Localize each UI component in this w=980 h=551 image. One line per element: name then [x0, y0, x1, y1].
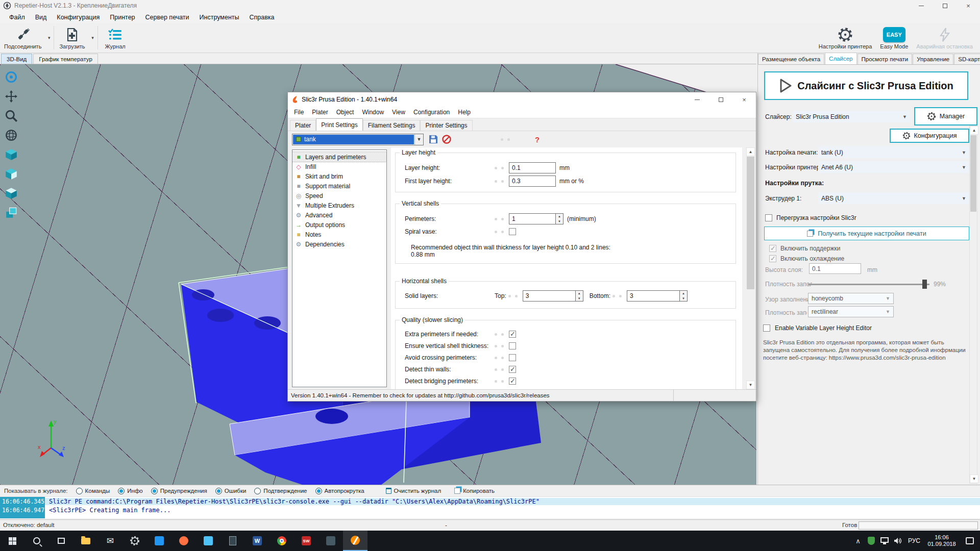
dialog-menu-configuration[interactable]: Configuration: [409, 109, 454, 116]
tree-item-notes[interactable]: ■Notes: [292, 230, 386, 239]
first-layer-height-field[interactable]: 0.3: [509, 176, 556, 187]
tab-temp-graph[interactable]: График температур: [33, 54, 98, 64]
app-orange-button[interactable]: [172, 531, 196, 551]
dialog-tab-printer-settings[interactable]: Printer Settings: [420, 120, 472, 131]
top-view-button[interactable]: [2, 185, 20, 202]
language-indicator[interactable]: РУС: [904, 537, 924, 544]
dialog-maximize-button[interactable]: [709, 94, 732, 105]
settings-button[interactable]: [122, 531, 147, 551]
scrollbar-thumb[interactable]: [747, 157, 754, 289]
antivirus-icon[interactable]: [865, 537, 878, 545]
search-button[interactable]: [24, 531, 49, 551]
extra-perimeters-checkbox[interactable]: [509, 331, 516, 338]
menu-file[interactable]: Файл: [4, 11, 30, 23]
tab-sd-card[interactable]: SD-карта: [954, 54, 980, 64]
app-blue-button[interactable]: [147, 531, 172, 551]
avoid-crossing-checkbox[interactable]: [509, 354, 516, 361]
emergency-stop-button[interactable]: Аварийная остановка: [912, 23, 977, 53]
load-dropdown[interactable]: ▾: [89, 23, 96, 53]
scrollbar-thumb[interactable]: [970, 135, 976, 212]
tree-item-speed[interactable]: ◎Speed: [292, 191, 386, 201]
toggle-errors[interactable]: Ошибки: [215, 488, 247, 494]
menu-view[interactable]: Вид: [30, 11, 52, 23]
printer-setting-select[interactable]: Anet A6 (U)▼: [818, 161, 969, 173]
dialog-menu-view[interactable]: View: [388, 109, 409, 116]
slicer-select[interactable]: Slic3r Prusa Edition▼: [793, 111, 910, 122]
load-button[interactable]: Загрузить: [55, 23, 89, 53]
dialog-tab-plater[interactable]: Plater: [290, 120, 316, 131]
tab-object-placement[interactable]: Размещение объекта: [758, 54, 824, 64]
tab-3d-view[interactable]: 3D-Вид: [1, 54, 32, 64]
fetch-print-settings-button[interactable]: Получить текущие настройки печати: [764, 227, 969, 240]
easy-mode-button[interactable]: EASY Easy Mode: [876, 23, 912, 53]
detect-thin-walls-checkbox[interactable]: [509, 366, 516, 373]
notification-center-icon[interactable]: [960, 537, 980, 544]
tray-expand-icon[interactable]: ∧: [851, 537, 865, 545]
log-button[interactable]: Журнал: [99, 23, 132, 53]
connect-button[interactable]: Подсоединить: [0, 23, 45, 53]
tree-item-extruders[interactable]: ▼Multiple Extruders: [292, 201, 386, 210]
mail-button[interactable]: ✉: [98, 531, 122, 551]
detect-bridging-checkbox[interactable]: [509, 378, 516, 385]
dialog-menu-file[interactable]: File: [290, 109, 308, 116]
rotate-view-button[interactable]: [2, 127, 20, 144]
close-button[interactable]: ×: [957, 0, 980, 11]
network-icon[interactable]: [878, 539, 891, 543]
perimeters-spinner[interactable]: ▲▼: [556, 213, 564, 224]
start-button[interactable]: [0, 531, 24, 551]
object-list-button[interactable]: [2, 204, 20, 221]
menu-help[interactable]: Справка: [244, 11, 280, 23]
connect-dropdown[interactable]: ▾: [45, 23, 53, 53]
file-explorer-button[interactable]: [74, 531, 98, 551]
maximize-button[interactable]: [933, 0, 957, 11]
iso-view-button[interactable]: [2, 146, 20, 163]
app-lightblue-button[interactable]: [196, 531, 220, 551]
task-view-button[interactable]: [49, 531, 74, 551]
dialog-scrollbar[interactable]: ▲ ▼: [746, 147, 755, 389]
tree-item-skirt[interactable]: ■Skirt and brim: [292, 171, 386, 181]
perimeters-field[interactable]: 1: [509, 213, 556, 224]
toggle-ack[interactable]: Подтверждение: [254, 488, 307, 494]
ensure-vertical-shell-checkbox[interactable]: [509, 342, 516, 349]
help-question-icon[interactable]: ?: [535, 135, 540, 144]
solid-top-spinner[interactable]: ▲▼: [576, 290, 583, 302]
dialog-tab-print-settings[interactable]: Print Settings: [316, 118, 362, 131]
solid-bottom-spinner[interactable]: ▲▼: [680, 290, 688, 302]
save-preset-icon[interactable]: [429, 135, 438, 144]
menu-tools[interactable]: Инструменты: [194, 11, 244, 23]
infill-density-slider[interactable]: [808, 284, 929, 285]
calculator-button[interactable]: [220, 531, 245, 551]
repetier-host-button[interactable]: [343, 531, 368, 551]
variable-layer-height-checkbox[interactable]: [763, 324, 770, 332]
scroll-up-icon[interactable]: ▲: [970, 126, 978, 135]
toggle-info[interactable]: Инфо: [118, 488, 142, 494]
log-console[interactable]: 16:06:46.345 Slic3r PE command:C:\Progra…: [0, 496, 980, 518]
enable-cooling-checkbox[interactable]: [769, 255, 776, 262]
layer-height-field[interactable]: 0.1: [509, 162, 556, 173]
copy-log-button[interactable]: Копировать: [454, 488, 495, 494]
slice-button[interactable]: Слайсинг с Slic3r Prusa Edition: [764, 71, 968, 100]
tree-item-advanced[interactable]: ⚙Advanced: [292, 210, 386, 220]
dialog-menu-object[interactable]: Object: [332, 109, 358, 116]
center-model-button[interactable]: [2, 68, 20, 86]
dialog-close-button[interactable]: ×: [732, 94, 756, 105]
toggle-autoscroll[interactable]: Автопрокрутка: [315, 488, 364, 494]
solid-top-field[interactable]: 3: [523, 290, 576, 302]
slicer-manager-button[interactable]: Manager: [914, 107, 977, 126]
scroll-up-icon[interactable]: ▲: [746, 147, 755, 156]
tree-item-infill[interactable]: ◇Infill: [292, 162, 386, 171]
top-infill-pattern-select[interactable]: rectilinear▼: [808, 306, 894, 317]
delete-preset-icon[interactable]: [442, 135, 451, 144]
tree-item-output[interactable]: →Output options: [292, 220, 386, 230]
dialog-menu-help[interactable]: Help: [454, 109, 475, 116]
tree-item-layers[interactable]: ■Layers and perimeters: [292, 152, 386, 162]
slider-thumb[interactable]: [922, 280, 927, 289]
dialog-titlebar[interactable]: Slic3r Prusa Edition - 1.40.1+win64 ×: [288, 92, 756, 107]
front-view-button[interactable]: [2, 165, 20, 183]
dialog-menu-plater[interactable]: Plater: [308, 109, 332, 116]
move-view-button[interactable]: [2, 88, 20, 105]
volume-icon[interactable]: [891, 537, 904, 544]
infill-pattern-select[interactable]: honeycomb▼: [808, 293, 894, 304]
clear-log-button[interactable]: Очистить журнал: [386, 488, 442, 494]
app-dark-button[interactable]: [318, 531, 343, 551]
